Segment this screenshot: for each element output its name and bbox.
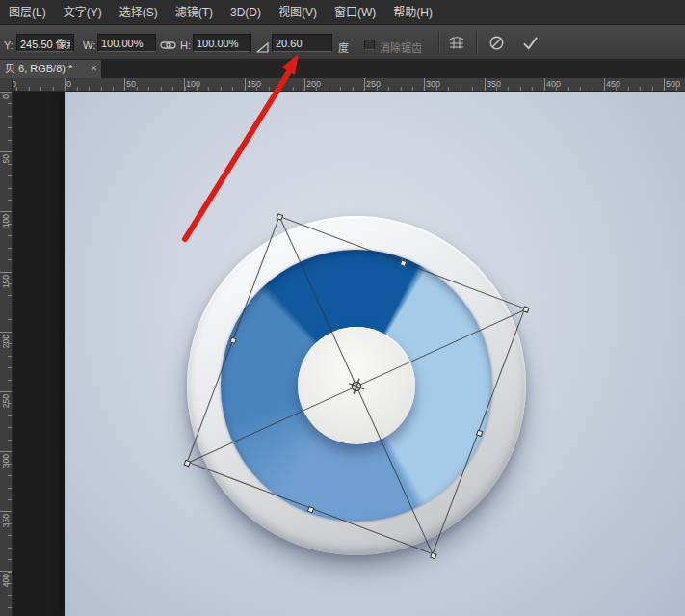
ruler-tick	[0, 151, 12, 152]
menu-item[interactable]: 选择(S)	[111, 0, 167, 25]
ruler-tick-label: 300	[1, 454, 11, 468]
ruler-tick: 500	[664, 78, 665, 91]
ruler-tick-label: 350	[1, 514, 11, 527]
y-coordinate-label: Y:	[4, 40, 13, 51]
menu-item[interactable]: 视图(V)	[270, 0, 326, 25]
ruler-tick-label: 200	[1, 335, 11, 348]
ruler-tick: 350	[485, 78, 486, 91]
ruler-tick: 0	[65, 78, 66, 91]
height-label: H:	[180, 40, 191, 51]
ruler-tick-label: 150	[1, 275, 11, 288]
warp-mode-toggle-icon[interactable]	[444, 33, 469, 53]
document-tab[interactable]: 贝 6, RGB/8) * ×	[0, 60, 102, 78]
menu-item[interactable]: 文字(Y)	[55, 0, 111, 25]
transform-handle-bottom-right[interactable]	[430, 552, 437, 560]
ruler-tick-label: 100	[1, 214, 11, 228]
ruler-minor-ticks	[8, 92, 12, 616]
cancel-transform-icon[interactable]	[484, 33, 509, 53]
menu-item[interactable]: 图层(L)	[0, 0, 55, 25]
document-tab-bar: 贝 6, RGB/8) * ×	[0, 60, 685, 78]
options-separator	[476, 31, 478, 54]
close-icon[interactable]: ×	[91, 60, 97, 77]
rotation-angle-input[interactable]	[272, 34, 332, 52]
ruler-tick	[0, 272, 12, 273]
width-percent-input[interactable]	[97, 34, 156, 52]
ruler-tick	[0, 451, 12, 452]
ruler-tick-label: 0	[1, 94, 11, 99]
menu-item[interactable]: 3D(D)	[222, 0, 270, 25]
ruler-tick: 450	[604, 78, 605, 91]
rotation-angle-icon	[256, 40, 269, 57]
y-coordinate-input[interactable]	[16, 34, 74, 52]
antialias-checkbox[interactable]	[364, 40, 375, 50]
menu-bar: 图层(L)文字(Y)选择(S)滤镜(T)3D(D)视图(V)窗口(W)帮助(H)	[0, 0, 685, 25]
ruler-minor-ticks	[0, 87, 685, 91]
ruler-tick: 400	[544, 78, 545, 91]
ruler-vertical[interactable]: 050100150200250300350400	[0, 92, 13, 616]
width-label: W:	[83, 40, 95, 51]
antialias-label: 消除锯齿	[380, 40, 422, 55]
height-percent-input[interactable]	[193, 34, 251, 52]
options-separator	[438, 31, 440, 54]
ruler-tick	[0, 332, 12, 333]
ruler-corner	[0, 78, 13, 92]
menu-item[interactable]: 帮助(H)	[384, 0, 441, 25]
ruler-tick: 200	[304, 78, 305, 91]
ruler-tick	[0, 391, 12, 392]
menu-items: 图层(L)文字(Y)选择(S)滤镜(T)3D(D)视图(V)窗口(W)帮助(H)	[0, 0, 441, 25]
menu-item[interactable]: 窗口(W)	[326, 0, 384, 25]
canvas-document[interactable]	[65, 92, 685, 616]
transform-handle-bottom-left[interactable]	[183, 460, 191, 468]
ruler-tick	[0, 92, 12, 93]
ruler-tick-label: 250	[1, 394, 11, 408]
ruler-tick	[0, 211, 12, 212]
ruler-tick: 100	[184, 78, 185, 91]
document-tab-title: 贝 6, RGB/8) *	[5, 63, 72, 74]
ruler-tick: 150	[245, 78, 246, 91]
ruler-tick: 50	[124, 78, 125, 91]
ruler-tick: 300	[424, 78, 425, 91]
maintain-aspect-ratio-link-icon[interactable]	[160, 38, 176, 55]
ruler-tick	[0, 511, 12, 512]
ruler-tick-label: 400	[1, 574, 11, 587]
ruler-tick-label: 50	[1, 154, 11, 163]
commit-transform-icon[interactable]	[517, 33, 542, 53]
ruler-tick	[0, 571, 12, 572]
transform-options-bar: Y: W: H: 度 消除锯齿	[0, 25, 685, 60]
ruler-horizontal[interactable]: 50050100150200250300350400450500	[0, 78, 685, 92]
ruler-tick: 250	[364, 78, 365, 91]
menu-item[interactable]: 滤镜(T)	[167, 0, 222, 25]
degree-unit-label: 度	[338, 40, 349, 55]
